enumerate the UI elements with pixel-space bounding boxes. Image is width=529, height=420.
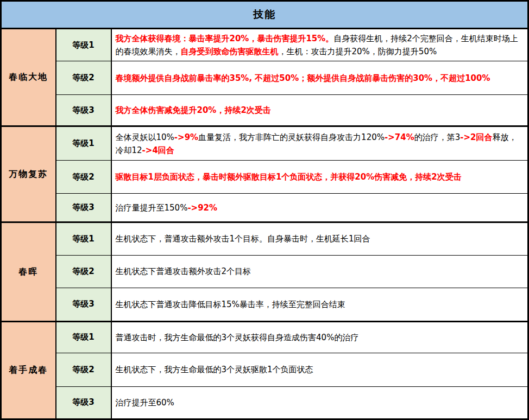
description-cell: 生机状态下普通攻击降低目标15%暴击率，持续至完整回合结束 bbox=[111, 288, 528, 321]
skill-row: 等级3我方全体伤害减免提升20%，持续2次受击 bbox=[1, 95, 528, 126]
description-text: 生机状态下普通攻击额外攻击2个目标 bbox=[116, 266, 251, 276]
description-text: 生机状态下普通攻击降低目标15%暴击率，持续至完整回合结束 bbox=[116, 300, 345, 309]
description-highlight-text: 自身受到致命伤害驱散生机 bbox=[181, 47, 279, 56]
skill-row: 春晖等级1生机状态下，普通攻击额外攻击1个目标。自身暴击时，生机延长1回合 bbox=[1, 222, 528, 255]
level-cell: 等级2 bbox=[56, 353, 111, 386]
skill-name-cell: 着手成春 bbox=[1, 321, 56, 419]
description-cell: 我方全体伤害减免提升20%，持续2次受击 bbox=[111, 95, 528, 126]
description-cell: 治疗提升至60% bbox=[111, 386, 528, 419]
skill-row: 春临大地等级1我方全体获得春境：暴击率提升20%，暴击伤害提升15%。自身获得生… bbox=[1, 29, 528, 61]
skills-page: 技能 春临大地等级1我方全体获得春境：暴击率提升20%，暴击伤害提升15%。自身… bbox=[0, 0, 529, 420]
description-text: 普通攻击时，我方生命最低的3个灵妖获得自身造成伤害40%的治疗 bbox=[116, 333, 359, 342]
skill-row: 等级3治疗提升至60% bbox=[1, 386, 528, 419]
skills-table-body: 春临大地等级1我方全体获得春境：暴击率提升20%，暴击伤害提升15%。自身获得生… bbox=[1, 29, 528, 419]
skill-row: 万物复苏等级1全体灵妖以10%->9%血量复活，我方非阵亡的灵妖获得自身攻击力1… bbox=[1, 126, 528, 161]
description-text: 治疗提升至60% bbox=[116, 398, 174, 408]
description-text: 生机状态下，我方生命最低的3个灵妖驱散1个负面状态 bbox=[116, 365, 313, 374]
description-cell: 驱散目标1层负面状态，暴击时额外驱散目标1个负面状态，并获得20%伤害减免，持续… bbox=[111, 161, 528, 194]
description-cell: 普通攻击时，我方生命最低的3个灵妖获得自身造成伤害40%的治疗 bbox=[111, 321, 528, 353]
page-title: 技能 bbox=[1, 1, 528, 29]
description-text: 血量复活，我方非阵亡的灵妖获得自身攻击力120% bbox=[198, 132, 385, 142]
description-highlight-text: ->2回合 bbox=[460, 132, 492, 142]
level-cell: 等级1 bbox=[56, 29, 111, 61]
skill-name-cell: 春临大地 bbox=[1, 29, 56, 126]
description-cell: 春境额外提供自身战前暴击率的35%, 不超过50%；额外提供自身战前暴击伤害的3… bbox=[111, 61, 528, 95]
level-cell: 等级3 bbox=[56, 194, 111, 222]
skill-row: 等级2生机状态下普通攻击额外攻击2个目标 bbox=[1, 255, 528, 288]
level-cell: 等级2 bbox=[56, 255, 111, 288]
table-header-row: 技能 bbox=[1, 1, 528, 29]
description-highlight-text: ->9% bbox=[174, 132, 198, 142]
description-cell: 治疗量提升至150%->92% bbox=[111, 194, 528, 222]
skill-row: 等级2春境额外提供自身战前暴击率的35%, 不超过50%；额外提供自身战前暴击伤… bbox=[1, 61, 528, 95]
description-text: ，生机：攻击力提升20%，防御力提升50% bbox=[279, 47, 437, 56]
level-cell: 等级3 bbox=[56, 386, 111, 419]
level-cell: 等级1 bbox=[56, 222, 111, 255]
skill-row: 着手成春等级1普通攻击时，我方生命最低的3个灵妖获得自身造成伤害40%的治疗 bbox=[1, 321, 528, 353]
description-highlight-text: ->74% bbox=[385, 132, 414, 142]
description-text: 的治疗，第3 bbox=[414, 132, 461, 142]
description-text: 全体灵妖以10% bbox=[116, 132, 174, 142]
description-highlight-text: 我方全体获得春境：暴击率提升20%，暴击伤害提升15%。 bbox=[116, 34, 334, 43]
description-highlight-text: ->4回合 bbox=[142, 145, 174, 155]
description-cell: 生机状态下普通攻击额外攻击2个目标 bbox=[111, 255, 528, 288]
level-cell: 等级1 bbox=[56, 321, 111, 353]
description-cell: 生机状态下，我方生命最低的3个灵妖驱散1个负面状态 bbox=[111, 353, 528, 386]
description-highlight-text: ->92% bbox=[187, 203, 217, 213]
description-cell: 我方全体获得春境：暴击率提升20%，暴击伤害提升15%。自身获得生机，持续2个完… bbox=[111, 29, 528, 61]
level-cell: 等级1 bbox=[56, 126, 111, 161]
skill-name-cell: 春晖 bbox=[1, 222, 56, 321]
description-highlight-text: 春境额外提供自身战前暴击率的35%, 不超过50%；额外提供自身战前暴击伤害的3… bbox=[116, 73, 490, 83]
description-cell: 全体灵妖以10%->9%血量复活，我方非阵亡的灵妖获得自身攻击力120%->74… bbox=[111, 126, 528, 161]
level-cell: 等级3 bbox=[56, 288, 111, 321]
description-cell: 生机状态下，普通攻击额外攻击1个目标。自身暴击时，生机延长1回合 bbox=[111, 222, 528, 255]
skill-name-cell: 万物复苏 bbox=[1, 126, 56, 222]
description-text: 治疗量提升至150% bbox=[116, 203, 188, 213]
skill-row: 等级3治疗量提升至150%->92% bbox=[1, 194, 528, 222]
level-cell: 等级2 bbox=[56, 161, 111, 194]
skills-table: 技能 春临大地等级1我方全体获得春境：暴击率提升20%，暴击伤害提升15%。自身… bbox=[0, 0, 529, 420]
description-highlight-text: 驱散目标1层负面状态，暴击时额外驱散目标1个负面状态，并获得20%伤害减免，持续… bbox=[116, 172, 462, 182]
skill-row: 等级2生机状态下，我方生命最低的3个灵妖驱散1个负面状态 bbox=[1, 353, 528, 386]
skill-row: 等级3生机状态下普通攻击降低目标15%暴击率，持续至完整回合结束 bbox=[1, 288, 528, 321]
level-cell: 等级3 bbox=[56, 95, 111, 126]
description-text: 生机状态下，普通攻击额外攻击1个目标。自身暴击时，生机延长1回合 bbox=[116, 234, 370, 244]
description-highlight-text: 我方全体伤害减免提升20%，持续2次受击 bbox=[116, 105, 271, 115]
skill-row: 等级2驱散目标1层负面状态，暴击时额外驱散目标1个负面状态，并获得20%伤害减免… bbox=[1, 161, 528, 194]
level-cell: 等级2 bbox=[56, 61, 111, 95]
